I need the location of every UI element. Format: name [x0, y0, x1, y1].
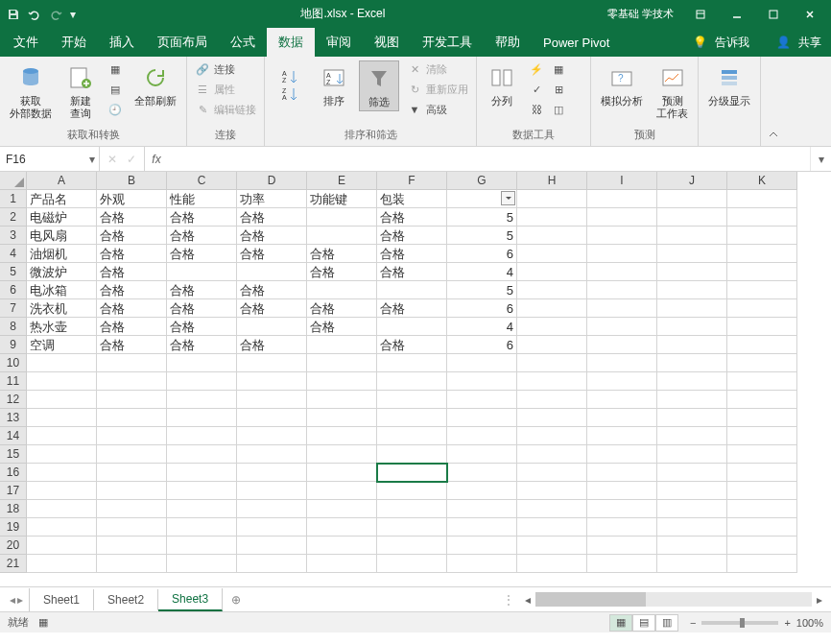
validation-button[interactable]: ✓ [527, 81, 546, 98]
cell[interactable] [657, 445, 727, 464]
tab-home[interactable]: 开始 [50, 28, 98, 57]
cell[interactable] [447, 482, 517, 500]
cancel-icon[interactable]: ✕ [107, 153, 117, 166]
row-header[interactable]: 7 [0, 299, 27, 318]
sort-az-button[interactable]: AZ ZA [271, 60, 309, 105]
cell[interactable]: 洗衣机 [27, 299, 97, 318]
cell[interactable] [727, 208, 797, 227]
column-header[interactable]: I [587, 172, 657, 190]
relationships-button[interactable]: ⛓ [527, 101, 546, 118]
cell[interactable]: 5 [447, 281, 517, 299]
cell[interactable] [377, 372, 447, 391]
cell[interactable] [587, 518, 657, 537]
cell[interactable]: 合格 [97, 227, 167, 245]
cell[interactable]: 合格 [167, 336, 237, 354]
cell[interactable] [727, 409, 797, 427]
cell[interactable] [727, 318, 797, 336]
cell[interactable] [447, 445, 517, 464]
undo-icon[interactable] [25, 5, 44, 24]
row-header[interactable]: 20 [0, 537, 27, 555]
cell[interactable] [517, 227, 587, 245]
cell[interactable] [97, 537, 167, 555]
cell[interactable] [587, 464, 657, 482]
edit-links-button[interactable]: ✎编辑链接 [193, 101, 258, 118]
tab-view[interactable]: 视图 [363, 28, 411, 57]
cell[interactable]: 性能 [167, 190, 237, 208]
scroll-left-icon[interactable]: ◂ [520, 592, 535, 608]
cell[interactable]: 功率 [237, 190, 307, 208]
row-header[interactable]: 12 [0, 391, 27, 409]
cell[interactable] [657, 245, 727, 263]
cell[interactable]: 合格 [377, 227, 447, 245]
cell[interactable] [237, 445, 307, 464]
cell[interactable] [517, 500, 587, 518]
cell[interactable]: 合格 [377, 336, 447, 354]
sheet-tab-3[interactable]: Sheet3 [158, 588, 223, 611]
cell[interactable] [587, 555, 657, 573]
cell[interactable] [727, 263, 797, 281]
cell[interactable]: 6 [447, 336, 517, 354]
cell[interactable] [517, 318, 587, 336]
advanced-button[interactable]: ▼高级 [405, 101, 470, 118]
cell[interactable] [727, 372, 797, 391]
sheet-tab-2[interactable]: Sheet2 [94, 589, 158, 610]
row-header[interactable]: 9 [0, 336, 27, 354]
cell[interactable] [587, 318, 657, 336]
cell[interactable]: 合格 [167, 318, 237, 336]
cell[interactable] [167, 445, 237, 464]
cell[interactable]: 外观 [97, 190, 167, 208]
sheet-nav-prev-icon[interactable]: ◂ [10, 593, 15, 607]
forecast-sheet-button[interactable]: 预测 工作表 [653, 60, 692, 122]
cell[interactable] [447, 427, 517, 445]
qat-dropdown-icon[interactable]: ▾ [67, 5, 79, 24]
column-header[interactable]: C [167, 172, 237, 190]
tab-pivot[interactable]: Power Pivot [532, 30, 621, 56]
cell[interactable] [167, 354, 237, 372]
cell[interactable]: 电冰箱 [27, 281, 97, 299]
cell[interactable]: 合格 [307, 318, 377, 336]
row-header[interactable]: 3 [0, 227, 27, 245]
cell[interactable] [307, 427, 377, 445]
select-all-corner[interactable] [0, 172, 27, 190]
cell[interactable] [167, 263, 237, 281]
tell-me[interactable]: 告诉我 [715, 35, 749, 51]
column-header[interactable]: J [657, 172, 727, 190]
refresh-all-button[interactable]: 全部刷新 [131, 60, 180, 109]
cell[interactable] [237, 318, 307, 336]
cell[interactable] [727, 299, 797, 318]
cell[interactable] [517, 354, 587, 372]
tab-formula[interactable]: 公式 [219, 28, 267, 57]
clear-filter-button[interactable]: ✕清除 [405, 60, 470, 78]
consolidate-button[interactable]: ⊞ [549, 81, 568, 98]
column-header[interactable]: F [377, 172, 447, 190]
cell[interactable]: 合格 [97, 263, 167, 281]
cell[interactable] [657, 482, 727, 500]
cell[interactable] [587, 537, 657, 555]
column-header[interactable]: E [307, 172, 377, 190]
cell[interactable]: 合格 [377, 263, 447, 281]
cell[interactable] [727, 464, 797, 482]
cell[interactable]: 合格 [167, 281, 237, 299]
cell[interactable] [657, 354, 727, 372]
cell[interactable] [97, 555, 167, 573]
cell[interactable] [587, 208, 657, 227]
cell[interactable] [657, 427, 727, 445]
cell[interactable] [377, 427, 447, 445]
cell[interactable] [517, 518, 587, 537]
cell[interactable] [447, 518, 517, 537]
cell[interactable]: 热水壶 [27, 318, 97, 336]
cell[interactable] [587, 245, 657, 263]
cell[interactable] [657, 281, 727, 299]
save-icon[interactable] [4, 5, 23, 24]
get-external-data-button[interactable]: 获取 外部数据 [6, 60, 56, 122]
redo-icon[interactable] [46, 5, 65, 24]
cell[interactable] [727, 518, 797, 537]
cell[interactable]: 合格 [237, 281, 307, 299]
cell[interactable] [657, 500, 727, 518]
cell[interactable]: 合格 [307, 245, 377, 263]
cell[interactable]: 微波炉 [27, 263, 97, 281]
cell[interactable] [727, 354, 797, 372]
row-header[interactable]: 14 [0, 427, 27, 445]
cell[interactable]: 空调 [27, 336, 97, 354]
row-header[interactable]: 15 [0, 445, 27, 464]
